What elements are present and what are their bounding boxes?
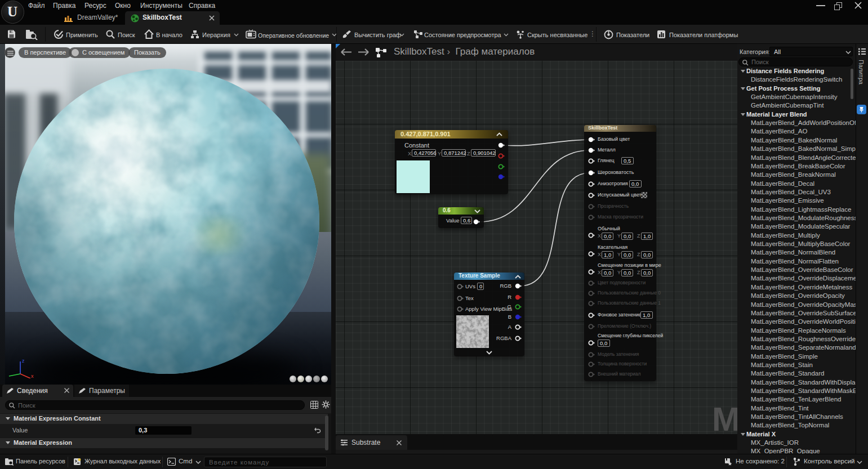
svg-text:z: z (22, 358, 25, 364)
svg-text:x: x (31, 373, 34, 378)
